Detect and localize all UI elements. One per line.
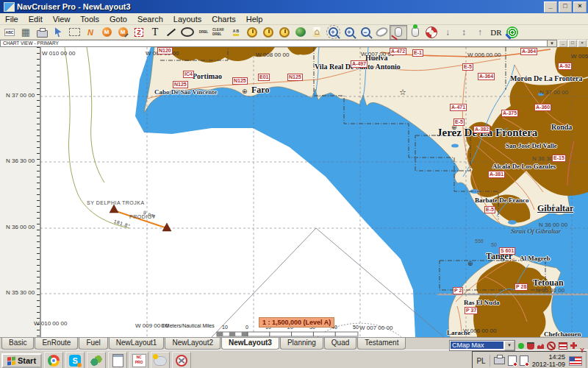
zoom-out-icon[interactable]: − <box>357 26 373 39</box>
menu-layouts[interactable]: Layouts <box>168 15 207 24</box>
measure-icon-glyph: A B <box>233 29 239 36</box>
app-icon <box>4 2 15 12</box>
minimize-button[interactable]: _ <box>544 1 557 13</box>
notes-icon[interactable] <box>108 352 127 368</box>
clock-time: 14:25 <box>548 353 565 361</box>
navcruiser-window: NavCruiser Pro - NewLayout3 _□× FileEdit… <box>0 0 588 368</box>
skype-icon[interactable]: S <box>65 352 85 368</box>
skype-icon-glyph: S <box>69 355 81 367</box>
pan-mode-icon[interactable] <box>390 25 407 40</box>
language-indicator[interactable]: PL <box>476 357 485 365</box>
chart-source-dropdown[interactable]: CMap Max ▼ <box>449 340 515 351</box>
messenger-icon[interactable] <box>87 352 106 368</box>
window-controls: _□× <box>544 1 587 13</box>
text-icon-glyph: T <box>152 26 159 38</box>
chart-view-title: CHART VIEW - PRIMARY <box>0 40 548 47</box>
chart-restore-button[interactable]: □ <box>568 40 577 47</box>
maximize-button[interactable]: □ <box>559 1 572 13</box>
world-icon[interactable] <box>293 26 309 39</box>
zone-icon-glyph: Z <box>135 28 143 37</box>
tab-planning[interactable]: Planning <box>280 338 323 350</box>
print-icon[interactable] <box>34 26 50 39</box>
windows-flag-icon <box>7 356 15 365</box>
mob-icon[interactable] <box>423 26 440 39</box>
chart-close-button[interactable]: × <box>578 40 587 47</box>
dr-icon[interactable]: DR <box>488 26 504 39</box>
drbl-icon[interactable]: DRBL <box>196 26 212 39</box>
tab-newlayout3[interactable]: NewLayout3 <box>221 338 279 350</box>
zoom-area-icon[interactable]: + <box>325 26 341 39</box>
scroll-up-icon-glyph: ↑ <box>478 27 482 38</box>
tab-fuel[interactable]: Fuel <box>79 338 107 350</box>
zoom-area-icon-glyph: + <box>329 27 338 37</box>
line-icon[interactable] <box>163 26 179 39</box>
chart-view-dropdown[interactable]: ▼ <box>548 40 557 47</box>
network-flag-icon <box>569 356 582 366</box>
split-view-icon[interactable]: ↕ <box>456 26 472 39</box>
snipping-icon-glyph <box>176 355 187 367</box>
map-margin <box>0 47 40 337</box>
abc-arrow-icon[interactable]: ABC <box>1 26 18 39</box>
world-icon-glyph <box>295 27 306 37</box>
table-icon[interactable]: ▦ <box>18 26 34 39</box>
menu-goto[interactable]: Goto <box>104 15 132 24</box>
text-icon[interactable]: T <box>147 26 163 39</box>
ellipse-icon[interactable] <box>179 26 196 39</box>
cursor-mode-icon[interactable] <box>407 26 423 39</box>
timer-icon-2[interactable] <box>260 26 276 39</box>
timer-icon-1[interactable] <box>244 26 260 39</box>
scroll-up-icon[interactable]: ↑ <box>472 26 488 39</box>
tab-enroute[interactable]: EnRoute <box>35 338 78 350</box>
antenna-icon <box>580 342 587 350</box>
timer-icon-3[interactable] <box>276 26 293 39</box>
pointer-icon[interactable] <box>50 26 66 39</box>
chart-window-controls: _□× <box>557 40 588 47</box>
zone-icon[interactable]: Z <box>131 26 147 39</box>
window-title: NavCruiser Pro - NewLayout3 <box>17 2 131 11</box>
chart-source-value: CMap Max <box>451 342 503 349</box>
snipping-icon[interactable] <box>172 352 191 368</box>
tab-basic[interactable]: Basic <box>1 338 34 350</box>
route-icon[interactable]: N <box>82 26 98 39</box>
clear-drbl-icon[interactable]: CLEAR DRBL <box>212 26 228 39</box>
tab-newlayout2[interactable]: NewLayout2 <box>165 338 220 350</box>
no-signal-icon <box>547 342 556 350</box>
dr-target-icon[interactable] <box>504 26 520 39</box>
status-cluster: CMap Max ▼ <box>449 339 587 352</box>
cursor-mode-icon-glyph <box>412 27 419 37</box>
weather-icon[interactable] <box>151 352 170 368</box>
chrome-icon[interactable] <box>44 352 63 368</box>
line-icon-glyph <box>167 28 176 36</box>
menu-file[interactable]: File <box>0 15 24 24</box>
measure-icon[interactable]: A B <box>228 26 244 39</box>
menu-bar: FileEditViewToolsGotoSearchLayoutsCharts… <box>0 13 588 25</box>
ship-outline-icon[interactable] <box>373 26 390 39</box>
scroll-down-icon[interactable]: ↓ <box>440 26 456 39</box>
menu-tools[interactable]: Tools <box>75 15 104 24</box>
close-button[interactable]: × <box>573 1 587 13</box>
dr-target-icon-glyph <box>506 26 518 38</box>
navcruiser-pro-icon-glyph: NC PRO <box>132 354 146 367</box>
chart-canvas[interactable]: W 010 00 00W 009 00 00W 008 00 00W 007 0… <box>0 47 588 337</box>
menu-view[interactable]: View <box>48 15 76 24</box>
tab-testament[interactable]: Testament <box>357 338 406 350</box>
navcruiser-pro-icon[interactable]: NC PRO <box>129 352 148 368</box>
mark-edit-icon[interactable]: M <box>115 26 131 39</box>
tab-newlayout1[interactable]: NewLayout1 <box>109 338 165 350</box>
mark-icon[interactable]: M <box>98 26 115 39</box>
menu-search[interactable]: Search <box>132 15 168 24</box>
chart-minimize-button[interactable]: _ <box>559 40 567 47</box>
clear-drbl-icon-glyph: CLEAR DRBL <box>212 28 227 36</box>
chart-source-dropdown-arrow[interactable]: ▼ <box>504 341 514 350</box>
tab-quad[interactable]: Quad <box>324 338 356 350</box>
abc-arrow-icon-glyph: ABC <box>4 29 15 36</box>
mob-icon-glyph <box>426 26 437 38</box>
zoom-in-icon[interactable]: + <box>341 26 357 39</box>
start-button[interactable]: Start <box>1 353 42 368</box>
route-icon-glyph: N <box>87 28 93 37</box>
menu-charts[interactable]: Charts <box>207 15 240 24</box>
menu-help[interactable]: Help <box>241 15 268 24</box>
menu-edit[interactable]: Edit <box>24 15 48 24</box>
select-area-icon[interactable] <box>66 26 82 39</box>
home-icon[interactable]: ⌂ <box>309 26 325 39</box>
